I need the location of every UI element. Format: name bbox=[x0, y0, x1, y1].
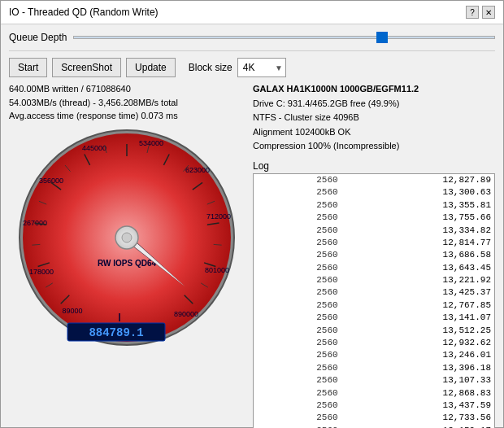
log-col1: 2560 bbox=[254, 174, 341, 186]
drive-info: GALAX HA1K1000N 1000GB/EGFM11.2 Drive C:… bbox=[253, 82, 495, 154]
log-row: 256012,733.56 bbox=[254, 412, 494, 424]
log-col2: 13,300.63 bbox=[341, 186, 494, 199]
log-col2: 12,868.83 bbox=[341, 387, 494, 400]
drive-fs: NTFS - Cluster size 4096B bbox=[253, 111, 495, 125]
svg-text:712000: 712000 bbox=[206, 212, 231, 221]
start-button[interactable]: Start bbox=[9, 58, 47, 77]
svg-text:890000: 890000 bbox=[174, 310, 198, 318]
log-col1: 2560 bbox=[254, 325, 341, 337]
log-container[interactable]: 256012,827.89256013,300.63256013,355.812… bbox=[253, 173, 495, 428]
drive-compression: Compression 100% (Incompressible) bbox=[253, 139, 495, 154]
log-col1: 2560 bbox=[254, 362, 341, 374]
log-col1: 2560 bbox=[254, 312, 341, 324]
content-area: Queue Depth Start ScreenShot Update Bloc… bbox=[1, 24, 503, 428]
main-window: IO - Threaded QD (Random Write) ? ✕ Queu… bbox=[0, 0, 504, 428]
stats-text: 640.00MB written / 671088640 54.003MB/s … bbox=[9, 82, 245, 123]
log-col2: 13,512.25 bbox=[341, 325, 494, 337]
log-col1: 2560 bbox=[254, 274, 341, 286]
close-button[interactable]: ✕ bbox=[482, 6, 495, 19]
log-col2: 12,814.77 bbox=[341, 237, 494, 249]
block-size-select[interactable]: 4K 512B 1K 2K 8K 16K 32K 64K 128K bbox=[237, 58, 286, 77]
log-col1: 2560 bbox=[254, 374, 341, 387]
gauge-display-value: 884789.1 bbox=[89, 326, 143, 339]
drive-path: Drive C: 931.4/465.2GB free (49.9%) bbox=[253, 97, 495, 111]
log-row: 256013,107.33 bbox=[254, 374, 494, 387]
svg-text:445000: 445000 bbox=[82, 144, 106, 152]
log-label: Log bbox=[253, 160, 495, 172]
queue-depth-slider[interactable] bbox=[73, 36, 495, 39]
log-row: 256013,512.25 bbox=[254, 325, 494, 337]
log-row: 256013,425.37 bbox=[254, 286, 494, 299]
log-row: 256013,355.81 bbox=[254, 199, 494, 212]
log-col1: 2560 bbox=[254, 262, 341, 274]
log-col1: 2560 bbox=[254, 249, 341, 261]
help-button[interactable]: ? bbox=[466, 6, 479, 19]
main-area: 640.00MB written / 671088640 54.003MB/s … bbox=[9, 82, 495, 428]
log-col1: 2560 bbox=[254, 199, 341, 212]
log-row: 256012,767.85 bbox=[254, 299, 494, 312]
log-row: 256013,437.59 bbox=[254, 400, 494, 412]
update-button[interactable]: Update bbox=[126, 58, 176, 77]
log-row: 256013,300.63 bbox=[254, 186, 494, 199]
log-row: 256013,643.45 bbox=[254, 262, 494, 274]
log-col1: 2560 bbox=[254, 212, 341, 224]
svg-text:801000: 801000 bbox=[205, 266, 229, 274]
log-col2: 13,334.82 bbox=[341, 225, 494, 237]
log-col2: 13,159.17 bbox=[341, 425, 494, 428]
log-col1: 2560 bbox=[254, 225, 341, 237]
stats-line3: Avg.access time (response time) 0.073 ms bbox=[9, 109, 245, 123]
log-col2: 12,827.89 bbox=[341, 174, 494, 186]
divider bbox=[9, 50, 495, 51]
log-col1: 2560 bbox=[254, 400, 341, 412]
svg-text:534000: 534000 bbox=[139, 139, 163, 147]
block-size-label: Block size bbox=[189, 62, 232, 73]
log-col2: 13,221.92 bbox=[341, 274, 494, 286]
log-col1: 2560 bbox=[254, 387, 341, 400]
log-col2: 13,355.81 bbox=[341, 199, 494, 212]
log-row: 256013,221.92 bbox=[254, 274, 494, 286]
left-panel: 640.00MB written / 671088640 54.003MB/s … bbox=[9, 82, 245, 428]
block-size-wrapper: 4K 512B 1K 2K 8K 16K 32K 64K 128K ▼ bbox=[237, 58, 286, 77]
log-row: 256012,868.83 bbox=[254, 387, 494, 400]
svg-text:178000: 178000 bbox=[29, 268, 54, 276]
log-col1: 2560 bbox=[254, 337, 341, 349]
log-col2: 13,437.59 bbox=[341, 400, 494, 412]
log-col1: 2560 bbox=[254, 412, 341, 424]
screenshot-button[interactable]: ScreenShot bbox=[52, 58, 121, 77]
log-row: 256013,159.17 bbox=[254, 425, 494, 428]
log-col2: 13,141.07 bbox=[341, 312, 494, 324]
log-row: 256013,755.66 bbox=[254, 212, 494, 224]
gauge-container: 0 89000 178000 267000 356000 445000 5340… bbox=[17, 128, 237, 347]
queue-depth-row: Queue Depth bbox=[9, 29, 495, 46]
drive-alignment: Alignment 102400kB OK bbox=[253, 125, 495, 140]
log-col2: 13,246.01 bbox=[341, 349, 494, 361]
log-row: 256013,141.07 bbox=[254, 312, 494, 324]
gauge-svg: 0 89000 178000 267000 356000 445000 5340… bbox=[17, 128, 237, 347]
right-panel: GALAX HA1K1000N 1000GB/EGFM11.2 Drive C:… bbox=[253, 82, 495, 428]
log-table: 256012,827.89256013,300.63256013,355.812… bbox=[254, 174, 494, 428]
window-title: IO - Threaded QD (Random Write) bbox=[9, 7, 159, 18]
log-row: 256013,246.01 bbox=[254, 349, 494, 361]
log-col1: 2560 bbox=[254, 425, 341, 428]
log-col1: 2560 bbox=[254, 299, 341, 312]
log-col1: 2560 bbox=[254, 349, 341, 361]
drive-name: GALAX HA1K1000N 1000GB/EGFM11.2 bbox=[253, 82, 495, 97]
svg-text:356000: 356000 bbox=[39, 177, 63, 185]
stats-line2: 54.003MB/s (thread) - 3,456.208MB/s tota… bbox=[9, 96, 245, 110]
log-col1: 2560 bbox=[254, 237, 341, 249]
svg-text:RW IOPS QD64: RW IOPS QD64 bbox=[98, 259, 156, 268]
log-row: 256012,827.89 bbox=[254, 174, 494, 186]
svg-point-40 bbox=[122, 233, 132, 242]
title-bar-controls: ? ✕ bbox=[466, 6, 495, 19]
stats-line1: 640.00MB written / 671088640 bbox=[9, 82, 245, 96]
svg-text:623000: 623000 bbox=[185, 166, 210, 174]
log-col2: 13,755.66 bbox=[341, 212, 494, 224]
svg-text:89000: 89000 bbox=[62, 307, 82, 315]
queue-depth-label: Queue Depth bbox=[9, 32, 67, 43]
log-col2: 12,932.62 bbox=[341, 337, 494, 349]
log-row: 256013,334.82 bbox=[254, 225, 494, 237]
log-row: 256013,396.18 bbox=[254, 362, 494, 374]
slider-container bbox=[73, 29, 495, 46]
log-col2: 13,107.33 bbox=[341, 374, 494, 387]
title-bar: IO - Threaded QD (Random Write) ? ✕ bbox=[1, 1, 503, 24]
